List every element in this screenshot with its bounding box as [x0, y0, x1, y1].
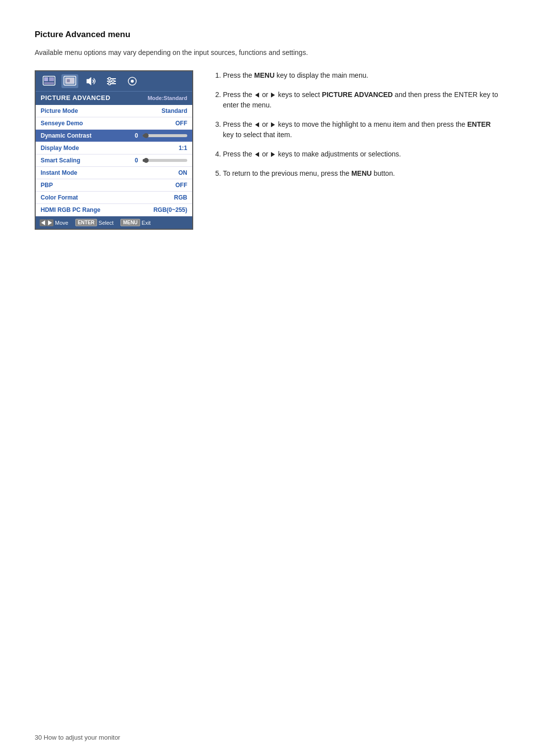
monitor-menu: PICTURE ADVANCED Mode:Standard Picture M… [35, 70, 193, 230]
menu-row-senseye-demo[interactable]: Senseye Demo OFF [36, 117, 192, 130]
page-footer: 30 How to adjust your monitor [35, 734, 120, 741]
step-3: Press the or keys to move the highlight … [223, 119, 500, 140]
enter-key-label[interactable]: ENTER [75, 219, 97, 226]
step1-bold: MENU [254, 71, 274, 79]
right-arrow-btn[interactable] [47, 219, 54, 226]
footer-select-label: Select [99, 220, 114, 226]
step2-bold: PICTURE ADVANCED [322, 91, 393, 99]
icon-audio[interactable] [82, 74, 99, 88]
svg-point-15 [131, 80, 134, 83]
menu-header-title: PICTURE ADVANCED [41, 94, 110, 101]
icon-settings[interactable] [103, 74, 120, 88]
instructions-panel: Press the MENU key to display the main m… [213, 70, 500, 188]
menu-row-pbp[interactable]: PBP OFF [36, 179, 192, 192]
smart-scaling-slider[interactable]: 0 [135, 157, 187, 164]
menu-row-smart-scaling[interactable]: Smart Scaling 0 [36, 154, 192, 167]
icon-picture[interactable] [41, 74, 57, 88]
intro-text: Available menu options may vary dependin… [35, 49, 500, 56]
step-2: Press the or keys to select PICTURE ADVA… [223, 90, 500, 110]
page-container: Picture Advanced menu Available menu opt… [0, 0, 535, 259]
footer-enter: ENTER Select [75, 219, 113, 226]
page-title: Picture Advanced menu [35, 30, 500, 40]
menu-header: PICTURE ADVANCED Mode:Standard [36, 91, 192, 105]
footer-arrows [40, 219, 54, 226]
menu-row-hdmi-rgb[interactable]: HDMI RGB PC Range RGB(0~255) [36, 204, 192, 216]
footer-menu: MENU Exit [120, 219, 151, 226]
menu-header-mode: Mode:Standard [148, 95, 187, 101]
content-area: PICTURE ADVANCED Mode:Standard Picture M… [35, 70, 500, 230]
svg-marker-7 [87, 77, 91, 85]
svg-rect-1 [44, 77, 48, 81]
svg-rect-6 [67, 79, 70, 82]
menu-key-label[interactable]: MENU [120, 219, 140, 226]
dynamic-contrast-slider[interactable]: 0 [135, 132, 187, 139]
svg-point-12 [112, 80, 114, 83]
step5-bold: MENU [351, 169, 372, 177]
step3-bold: ENTER [467, 120, 490, 128]
svg-point-13 [108, 83, 111, 85]
menu-row-instant-mode[interactable]: Instant Mode ON [36, 167, 192, 179]
step-1: Press the MENU key to display the main m… [223, 70, 500, 81]
step-4: Press the or keys to make adjustments or… [223, 149, 500, 159]
steps-list: Press the MENU key to display the main m… [213, 70, 500, 179]
menu-row-color-format[interactable]: Color Format RGB [36, 192, 192, 204]
slider-bar-smart-scaling[interactable] [143, 159, 187, 162]
footer-exit-label: Exit [142, 220, 151, 226]
svg-point-11 [108, 78, 111, 80]
left-arrow-btn[interactable] [40, 219, 47, 226]
svg-rect-2 [49, 77, 54, 81]
step-5: To return to the previous menu, press th… [223, 168, 500, 179]
icon-picture-advanced[interactable] [61, 74, 78, 88]
icon-system[interactable] [124, 74, 141, 88]
menu-row-display-mode[interactable]: Display Mode 1:1 [36, 142, 192, 154]
footer-move: Move [40, 219, 68, 226]
svg-rect-3 [44, 82, 54, 84]
slider-bar-dynamic-contrast[interactable] [143, 134, 187, 137]
menu-icons-row [36, 71, 192, 91]
menu-row-dynamic-contrast[interactable]: Dynamic Contrast 0 [36, 130, 192, 142]
footer-move-label: Move [55, 220, 68, 226]
menu-row-picture-mode[interactable]: Picture Mode Standard [36, 105, 192, 117]
menu-footer: Move ENTER Select MENU Exit [36, 216, 192, 229]
